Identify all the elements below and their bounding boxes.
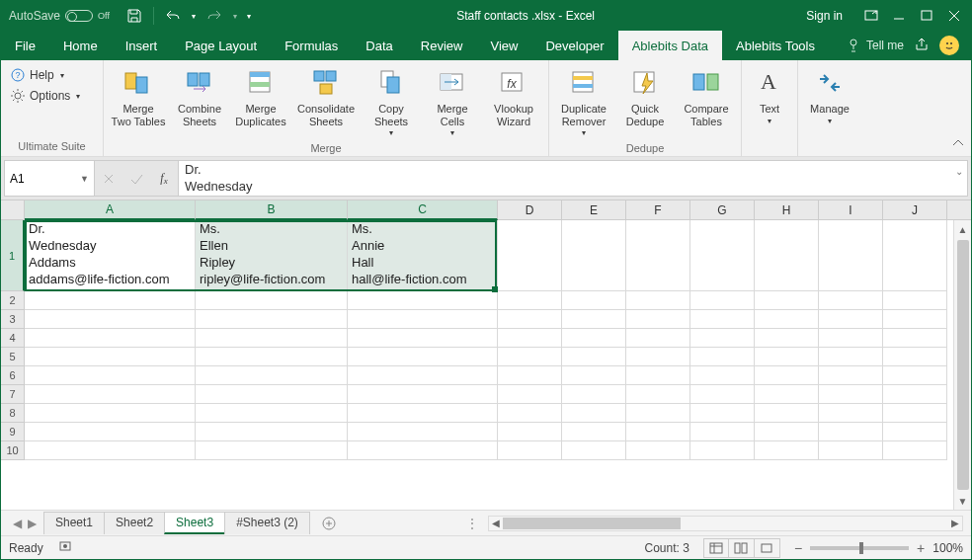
cell-D1[interactable] (498, 220, 562, 291)
cell-I5[interactable] (819, 348, 883, 366)
cell-J9[interactable] (883, 423, 947, 441)
zoom-level[interactable]: 100% (932, 541, 963, 555)
cell-G1[interactable] (690, 220, 755, 291)
merge-cells-button[interactable]: Merge Cells ▾ (424, 64, 481, 139)
cell-H10[interactable] (755, 441, 819, 460)
cell-A7[interactable] (25, 385, 196, 404)
horizontal-scrollbar[interactable]: ◀ ▶ (488, 516, 963, 531)
cell-D6[interactable] (498, 366, 562, 385)
cell-C2[interactable] (348, 291, 498, 310)
enter-formula-button[interactable] (122, 171, 150, 187)
cell-G9[interactable] (690, 423, 755, 441)
column-header-A[interactable]: A (25, 200, 196, 220)
cell-C9[interactable] (348, 423, 498, 441)
cell-H4[interactable] (755, 329, 819, 348)
combine-sheets-button[interactable]: Combine Sheets (171, 64, 228, 129)
cell-C10[interactable] (348, 441, 498, 460)
row-header-6[interactable]: 6 (1, 366, 25, 385)
options-button[interactable]: Options▾ (7, 87, 83, 105)
row-header-5[interactable]: 5 (1, 348, 25, 366)
tab-insert[interactable]: Insert (112, 31, 172, 60)
cell-D9[interactable] (498, 423, 562, 441)
cell-H9[interactable] (755, 423, 819, 441)
cell-F7[interactable] (626, 385, 690, 404)
cell-F6[interactable] (626, 366, 690, 385)
cell-E2[interactable] (562, 291, 626, 310)
cell-H6[interactable] (755, 366, 819, 385)
cell-G2[interactable] (690, 291, 755, 310)
row-header-2[interactable]: 2 (1, 291, 25, 310)
cell-J1[interactable] (883, 220, 947, 291)
cell-J2[interactable] (883, 291, 947, 310)
column-header-I[interactable]: I (819, 200, 883, 219)
quick-dedupe-button[interactable]: Quick Dedupe (616, 64, 674, 129)
close-button[interactable] (941, 1, 967, 31)
column-header-B[interactable]: B (196, 200, 348, 220)
worksheet-grid[interactable]: ABCDEFGHIJ 1Dr.WednesdayAddamsaddams@lif… (1, 200, 971, 510)
cell-G7[interactable] (690, 385, 755, 404)
view-page-break-button[interactable] (755, 538, 780, 558)
insert-function-button[interactable]: fx (150, 171, 178, 186)
cell-G5[interactable] (690, 348, 755, 366)
hscroll-thumb[interactable] (503, 518, 681, 529)
autosave-toggle[interactable]: AutoSave Off (1, 9, 118, 23)
cell-F4[interactable] (626, 329, 690, 348)
cell-F10[interactable] (626, 441, 690, 460)
cell-G10[interactable] (690, 441, 755, 460)
cell-B9[interactable] (196, 423, 348, 441)
undo-dropdown[interactable]: ▾ (188, 1, 200, 31)
cell-A6[interactable] (25, 366, 196, 385)
cell-E1[interactable] (562, 220, 626, 291)
zoom-in-button[interactable]: + (917, 540, 925, 556)
cell-F1[interactable] (626, 220, 690, 291)
expand-formula-bar-button[interactable]: ⌄ (955, 165, 963, 178)
view-page-layout-button[interactable] (729, 538, 755, 558)
view-normal-button[interactable] (703, 538, 729, 558)
minimize-button[interactable] (886, 1, 912, 31)
cell-D3[interactable] (498, 310, 562, 329)
cell-B1[interactable]: Ms.EllenRipleyripley@life-fiction.com (196, 220, 348, 291)
consolidate-sheets-button[interactable]: Consolidate Sheets (293, 64, 359, 129)
macro-recording-icon[interactable] (57, 538, 73, 557)
cell-I7[interactable] (819, 385, 883, 404)
cell-H7[interactable] (755, 385, 819, 404)
cell-H5[interactable] (755, 348, 819, 366)
cell-J3[interactable] (883, 310, 947, 329)
tab-view[interactable]: View (476, 31, 531, 60)
cell-C6[interactable] (348, 366, 498, 385)
vlookup-wizard-button[interactable]: fx Vlookup Wizard (485, 64, 542, 129)
tab-data[interactable]: Data (352, 31, 406, 60)
cell-D8[interactable] (498, 404, 562, 423)
cell-D10[interactable] (498, 441, 562, 460)
cell-I8[interactable] (819, 404, 883, 423)
cell-I9[interactable] (819, 423, 883, 441)
cell-G4[interactable] (690, 329, 755, 348)
cell-B5[interactable] (196, 348, 348, 366)
feedback-smiley-icon[interactable] (939, 36, 959, 55)
zoom-out-button[interactable]: − (794, 540, 802, 556)
cell-J8[interactable] (883, 404, 947, 423)
tab-ablebits-tools[interactable]: Ablebits Tools (722, 31, 829, 60)
cell-A3[interactable] (25, 310, 196, 329)
vertical-scrollbar[interactable]: ▲ ▼ (953, 220, 971, 510)
cell-B4[interactable] (196, 329, 348, 348)
sheet-tab-sheet1[interactable]: Sheet1 (43, 512, 105, 534)
column-header-D[interactable]: D (498, 200, 562, 219)
cell-C4[interactable] (348, 329, 498, 348)
cell-E4[interactable] (562, 329, 626, 348)
cell-C1[interactable]: Ms.AnnieHallhall@life-fiction.com (348, 220, 498, 291)
cell-D4[interactable] (498, 329, 562, 348)
cell-J7[interactable] (883, 385, 947, 404)
undo-button[interactable] (160, 1, 186, 31)
cell-A2[interactable] (25, 291, 196, 310)
sheet-nav-next[interactable]: ▶ (28, 517, 37, 530)
sheet-tab-sheet3[interactable]: Sheet3 (164, 512, 225, 534)
cell-J5[interactable] (883, 348, 947, 366)
cell-E6[interactable] (562, 366, 626, 385)
cell-E7[interactable] (562, 385, 626, 404)
cell-I4[interactable] (819, 329, 883, 348)
cell-A1[interactable]: Dr.WednesdayAddamsaddams@life-fiction.co… (25, 220, 196, 291)
collapse-ribbon-button[interactable] (949, 134, 967, 152)
copy-sheets-button[interactable]: Copy Sheets ▾ (363, 64, 420, 139)
sign-in-link[interactable]: Sign in (792, 9, 856, 23)
